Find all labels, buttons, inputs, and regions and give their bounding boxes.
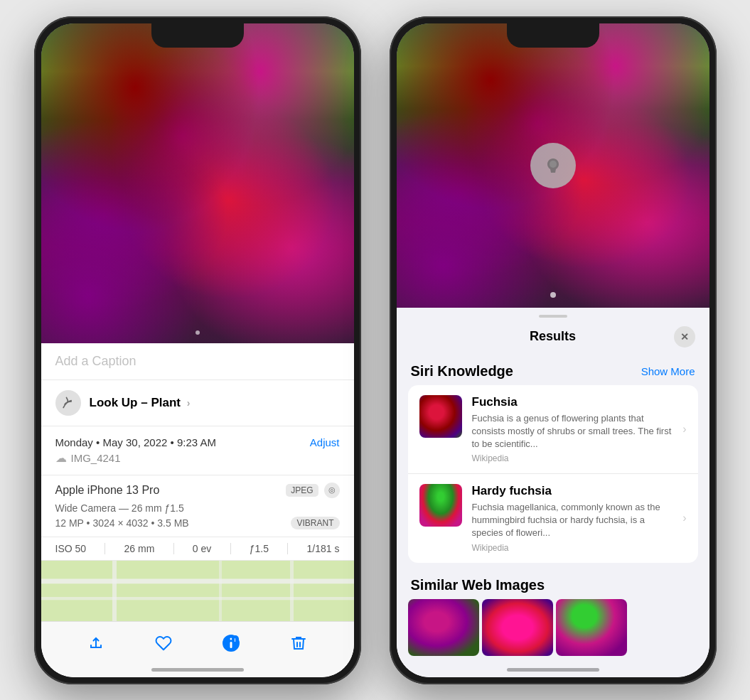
exif-iso: ISO 50 bbox=[55, 543, 87, 554]
exif-aperture: ƒ1.5 bbox=[250, 543, 269, 554]
hardy-content: Hardy fuchsia Fuchsia magellanica, commo… bbox=[472, 484, 673, 553]
phone-left: Add a Caption Look Up – Plant › bbox=[34, 16, 361, 684]
lookup-bold: Look Up bbox=[90, 396, 138, 409]
exif-shutter: 1/181 s bbox=[306, 543, 339, 554]
knowledge-item-fuchsia[interactable]: Fuchsia Fuchsia is a genus of flowering … bbox=[408, 385, 698, 474]
fuchsia-content: Fuchsia Fuchsia is a genus of flowering … bbox=[472, 395, 673, 464]
cloud-icon: ☁ bbox=[55, 451, 67, 465]
hardy-fuchsia-thumbnail bbox=[419, 484, 462, 527]
similar-image-2[interactable] bbox=[482, 599, 553, 656]
filename: IMG_4241 bbox=[71, 452, 121, 464]
phone-right: Results ✕ Siri Knowledge Show More bbox=[390, 16, 717, 684]
location-icon: ◎ bbox=[324, 483, 340, 498]
device-section: Apple iPhone 13 Pro JPEG ◎ Wide Camera —… bbox=[41, 475, 354, 537]
home-indicator-right bbox=[507, 668, 599, 672]
info-button[interactable]: i bbox=[218, 630, 244, 656]
exif-row: ISO 50 26 mm 0 ev ƒ1.5 1/181 s bbox=[41, 537, 354, 561]
lookup-row[interactable]: Look Up – Plant › bbox=[41, 380, 354, 426]
fuchsia-name: Fuchsia bbox=[472, 395, 673, 409]
siri-knowledge-header: Siri Knowledge Show More bbox=[397, 356, 709, 385]
fuchsia-desc: Fuchsia is a genus of flowering plants t… bbox=[472, 412, 673, 451]
siri-lookup-button[interactable] bbox=[530, 143, 576, 188]
exif-ev: 0 ev bbox=[193, 543, 211, 554]
caption-area[interactable]: Add a Caption bbox=[41, 343, 354, 380]
results-header: Results ✕ bbox=[397, 323, 709, 356]
photo-date: Monday • May 30, 2022 • 9:23 AM bbox=[55, 436, 216, 448]
favorite-button[interactable] bbox=[151, 630, 176, 656]
svg-rect-0 bbox=[41, 561, 354, 621]
svg-rect-2 bbox=[41, 597, 354, 600]
map-preview[interactable] bbox=[41, 561, 354, 621]
notch-right bbox=[507, 23, 599, 48]
format-badge: JPEG bbox=[286, 484, 318, 497]
close-button[interactable]: ✕ bbox=[674, 326, 695, 348]
svg-rect-4 bbox=[219, 561, 222, 621]
lookup-type: Plant bbox=[151, 396, 181, 409]
notch bbox=[151, 23, 244, 48]
close-icon: ✕ bbox=[680, 331, 689, 343]
fuchsia-thumbnail bbox=[419, 395, 462, 438]
similar-images-row bbox=[397, 599, 709, 667]
svg-rect-1 bbox=[41, 578, 354, 583]
lookup-chevron: › bbox=[187, 397, 191, 409]
fuchsia-source: Wikipedia bbox=[472, 453, 673, 463]
hardy-source: Wikipedia bbox=[472, 543, 673, 553]
mp-specs: 12 MP • 3024 × 4032 • 3.5 MB bbox=[55, 517, 189, 529]
svg-point-11 bbox=[550, 161, 557, 168]
results-panel: Results ✕ Siri Knowledge Show More bbox=[397, 308, 709, 677]
siri-knowledge-title: Siri Knowledge bbox=[411, 363, 513, 379]
share-button[interactable] bbox=[83, 630, 109, 656]
svg-rect-5 bbox=[290, 561, 294, 621]
knowledge-item-hardy[interactable]: Hardy fuchsia Fuchsia magellanica, commo… bbox=[408, 473, 698, 563]
camera-specs: Wide Camera — 26 mm ƒ1.5 bbox=[55, 502, 340, 514]
lookup-dash: – bbox=[138, 396, 151, 409]
similar-image-1[interactable] bbox=[408, 599, 479, 656]
drag-handle bbox=[539, 315, 567, 318]
hardy-chevron: › bbox=[682, 512, 686, 524]
delete-button[interactable] bbox=[286, 630, 311, 656]
page-indicator-right bbox=[550, 292, 556, 298]
info-section: Monday • May 30, 2022 • 9:23 AM Adjust ☁… bbox=[41, 426, 354, 475]
device-name: Apple iPhone 13 Pro bbox=[55, 484, 160, 497]
show-more-button[interactable]: Show More bbox=[641, 365, 695, 377]
home-indicator bbox=[151, 668, 244, 672]
fuchsia-chevron: › bbox=[682, 423, 686, 436]
svg-rect-8 bbox=[230, 642, 232, 648]
adjust-button[interactable]: Adjust bbox=[310, 436, 340, 448]
lookup-label[interactable]: Look Up – Plant › bbox=[90, 396, 191, 410]
page-indicator bbox=[195, 330, 200, 335]
photo-area-right[interactable] bbox=[397, 23, 709, 308]
exif-mm: 26 mm bbox=[124, 543, 155, 554]
hardy-desc: Fuchsia magellanica, commonly known as t… bbox=[472, 501, 673, 540]
photo-area[interactable] bbox=[41, 23, 354, 343]
hardy-name: Hardy fuchsia bbox=[472, 484, 673, 498]
filename-row: ☁ IMG_4241 bbox=[55, 451, 340, 465]
results-title: Results bbox=[432, 329, 674, 344]
knowledge-card: Fuchsia Fuchsia is a genus of flowering … bbox=[408, 385, 698, 563]
caption-placeholder[interactable]: Add a Caption bbox=[55, 354, 136, 368]
similar-image-3[interactable] bbox=[556, 599, 627, 656]
svg-rect-3 bbox=[112, 561, 117, 621]
leaf-icon bbox=[55, 390, 81, 416]
similar-section-title: Similar Web Images bbox=[397, 570, 709, 599]
svg-text:i: i bbox=[235, 637, 236, 642]
style-badge: VIBRANT bbox=[291, 517, 339, 529]
